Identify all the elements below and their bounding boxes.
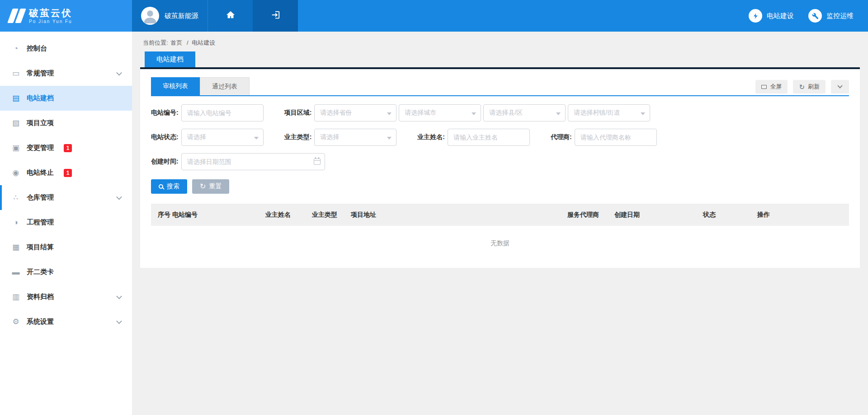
station-no-input[interactable] (181, 104, 264, 121)
sidebar-item-project-settlement[interactable]: ▦ 项目结算 (0, 235, 132, 260)
panel-tools: 全屏 ↻ 刷新 (755, 80, 849, 93)
fullscreen-icon (761, 85, 767, 89)
dashboard-icon: ◔ (11, 44, 21, 53)
filter-station-no: 电站编号: (151, 104, 264, 121)
engineering-icon: ◑ (11, 218, 21, 227)
header-spacer (298, 0, 749, 32)
caret-down-icon (387, 112, 392, 117)
breadcrumb-separator: / (187, 39, 189, 46)
nav-station-construction[interactable]: 电站建设 (749, 0, 794, 32)
sidebar-item-data-archive[interactable]: ▥ 资料归档 (0, 284, 132, 309)
agent-input[interactable] (575, 129, 657, 146)
reset-button[interactable]: ↻ 重置 (192, 179, 229, 194)
avatar (141, 7, 159, 25)
filter-row-1: 电站编号: 项目区域: 请选择省份 请选择城市 请选择县/区 (151, 104, 849, 121)
sidebar-item-label: 电站终止 (27, 168, 54, 177)
owner-type-placeholder: 请选择 (320, 133, 339, 141)
filter-created-time: 创建时间: (151, 153, 325, 170)
top-header: 破茧云伏 Po Jian Yun Fu 破茧新能源 电站建设 (0, 0, 868, 32)
caret-down-icon (556, 112, 561, 117)
sidebar-item-label: 电站建档 (27, 94, 54, 103)
station-status-label: 电站状态: (151, 133, 179, 141)
sidebar-item-label: 工程管理 (27, 218, 54, 227)
chevron-down-icon (116, 70, 122, 75)
county-select[interactable]: 请选择县/区 (483, 104, 566, 121)
gear-icon: ⚙ (11, 317, 21, 326)
fullscreen-label: 全屏 (770, 83, 782, 91)
logout-button[interactable] (253, 0, 298, 32)
sidebar-item-system-settings[interactable]: ⚙ 系统设置 (0, 309, 132, 334)
agent-label: 代理商: (551, 133, 572, 141)
refresh-label: 刷新 (808, 83, 820, 91)
town-select[interactable]: 请选择村镇/街道 (568, 104, 650, 121)
sidebar-item-change-management[interactable]: ▣ 变更管理 1 (0, 135, 132, 160)
brand-text: 破茧云伏 Po Jian Yun Fu (29, 8, 72, 23)
sidebar-item-label: 仓库管理 (27, 193, 54, 202)
content-panel: 审核列表 通过列表 全屏 ↻ 刷新 电站编号: (140, 67, 860, 268)
warehouse-icon: ∴ (11, 193, 21, 202)
city-select[interactable]: 请选择城市 (399, 104, 481, 121)
lightning-icon (749, 9, 762, 23)
column-header-owner-type: 业主类型 (312, 211, 351, 219)
empty-state-text: 无数据 (491, 239, 509, 247)
notification-badge: 1 (64, 144, 72, 152)
sidebar-item-engineering-management[interactable]: ◑ 工程管理 (0, 210, 132, 235)
filter-owner-name: 业主姓名: (417, 129, 530, 146)
home-button[interactable] (208, 0, 253, 32)
caret-down-icon (641, 112, 645, 117)
province-select-placeholder: 请选择省份 (320, 109, 352, 117)
sidebar-item-dashboard[interactable]: ◔ 控制台 (0, 36, 132, 61)
main-content: 当前位置: 首页 / 电站建设 电站建档 审核列表 通过列表 全屏 ↻ 刷新 (132, 32, 868, 415)
user-menu[interactable]: 破茧新能源 (132, 0, 208, 32)
notification-badge: 1 (64, 169, 72, 177)
region-label: 项目区域: (284, 109, 312, 117)
sidebar-item-project-initiation[interactable]: ▧ 项目立项 (0, 111, 132, 135)
sidebar-item-label: 开二类卡 (27, 268, 54, 276)
sidebar-item-warehouse-management[interactable]: ∴ 仓库管理 (0, 185, 132, 210)
refresh-button[interactable]: ↻ 刷新 (793, 80, 826, 93)
date-range-input[interactable] (181, 153, 325, 170)
sidebar-item-label: 控制台 (27, 44, 47, 53)
column-header-created-date: 创建日期 (614, 211, 703, 219)
sidebar-item-station-filing[interactable]: ▤ 电站建档 (0, 86, 132, 111)
sign-in-icon (270, 10, 280, 22)
fullscreen-button[interactable]: 全屏 (755, 80, 788, 93)
nav-monitoring-ops[interactable]: 监控运维 (808, 0, 854, 32)
caret-down-icon (254, 137, 259, 142)
search-icon (159, 184, 163, 189)
filter-owner-type: 业主类型: 请选择 (284, 129, 397, 146)
column-header-actions: 操作 (757, 211, 849, 219)
sidebar-item-label: 项目结算 (27, 243, 54, 252)
owner-name-input[interactable] (448, 129, 530, 146)
station-status-select[interactable]: 请选择 (181, 129, 264, 146)
results-table: 序号 电站编号 业主姓名 业主类型 项目地址 服务代理商 创建日期 状态 操作 … (151, 204, 849, 261)
sidebar-item-label: 常规管理 (27, 69, 54, 78)
filter-actions: 搜索 ↻ 重置 (151, 179, 849, 194)
breadcrumb-prefix: 当前位置: (143, 39, 168, 46)
tab-review-list[interactable]: 审核列表 (151, 77, 200, 95)
owner-type-select[interactable]: 请选择 (314, 129, 396, 146)
sidebar: ◔ 控制台 ▭ 常规管理 ▤ 电站建档 ▧ 项目立项 ▣ 变更管理 1 ◉ 电站… (0, 32, 132, 415)
filter-region: 项目区域: 请选择省份 请选择城市 请选择县/区 请选择村镇/街道 (284, 104, 653, 121)
column-header-station-no: 电站编号 (172, 211, 265, 219)
sidebar-item-second-class-card[interactable]: ▬ 开二类卡 (0, 260, 132, 284)
sidebar-item-label: 系统设置 (27, 317, 54, 326)
brand-logo-icon (10, 9, 24, 23)
tab-passed-list[interactable]: 通过列表 (200, 77, 250, 95)
sidebar-item-station-termination[interactable]: ◉ 电站终止 1 (0, 160, 132, 185)
province-select[interactable]: 请选择省份 (314, 104, 396, 121)
brand-logo[interactable]: 破茧云伏 Po Jian Yun Fu (0, 0, 132, 32)
calendar-icon (314, 159, 321, 165)
sidebar-item-general-management[interactable]: ▭ 常规管理 (0, 61, 132, 86)
caret-down-icon (387, 137, 392, 142)
calculator-icon: ▦ (11, 242, 21, 252)
chevron-down-icon (837, 83, 842, 88)
collapse-button[interactable] (831, 80, 849, 93)
station-status-placeholder: 请选择 (187, 133, 206, 141)
empty-state: 无数据 (151, 226, 849, 261)
search-button[interactable]: 搜索 (151, 179, 187, 194)
page-tab-station-filing[interactable]: 电站建档 (145, 51, 195, 67)
sidebar-item-label: 项目立项 (27, 119, 54, 127)
column-header-service-agent: 服务代理商 (567, 211, 614, 219)
breadcrumb-home[interactable]: 首页 (170, 39, 182, 46)
